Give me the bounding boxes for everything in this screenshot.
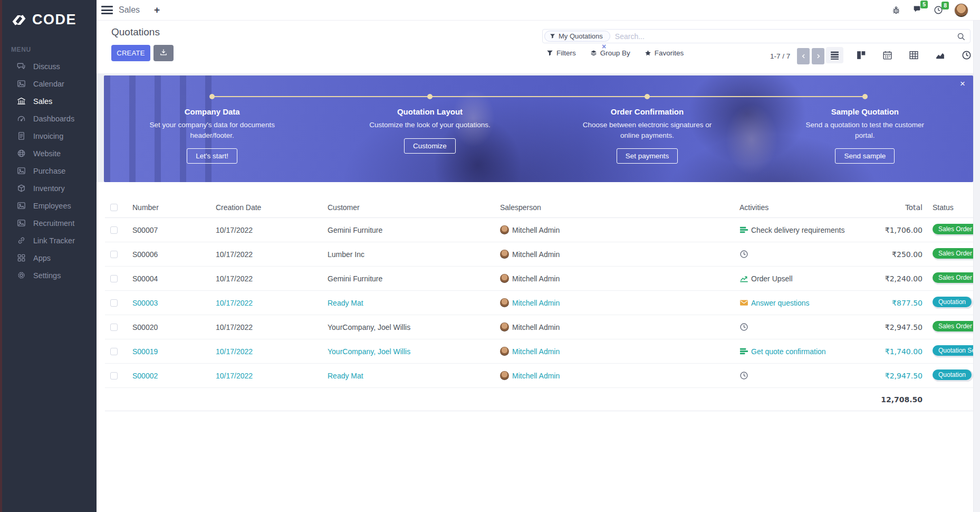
sidebar-item[interactable]: Inventory xyxy=(0,179,97,197)
chart-line-icon[interactable] xyxy=(739,274,748,283)
row-checkbox[interactable] xyxy=(110,324,118,331)
table-row[interactable]: S00007 10/17/2022 Gemini Furniture Mitch… xyxy=(105,218,973,242)
pager-next-button[interactable] xyxy=(812,48,824,64)
menu-toggle-icon[interactable] xyxy=(101,6,113,14)
column-header-creation-date[interactable]: Creation Date xyxy=(206,203,318,212)
activity-label[interactable]: Order Upsell xyxy=(751,274,793,283)
messages-icon[interactable]: 5 xyxy=(912,4,922,16)
broken-image-icon xyxy=(16,79,26,89)
sidebar-item[interactable]: Dashboards xyxy=(0,110,97,127)
create-button[interactable]: CREATE xyxy=(111,45,150,61)
row-checkbox[interactable] xyxy=(110,299,118,307)
customize-button[interactable]: Customize xyxy=(404,138,456,154)
salesperson-avatar xyxy=(500,347,509,356)
list-view-button[interactable] xyxy=(826,47,843,63)
clock-icon[interactable] xyxy=(739,323,748,331)
send-sample-button[interactable]: Send sample xyxy=(835,148,895,164)
quotation-number: S00019 xyxy=(123,347,206,356)
calendar-view-button[interactable] xyxy=(879,47,896,63)
column-header-status[interactable]: Status xyxy=(923,203,973,212)
sidebar-item[interactable]: Discuss xyxy=(0,58,97,75)
list-check-icon[interactable] xyxy=(739,225,748,234)
table-row[interactable]: S00003 10/17/2022 Ready Mat Mitchell Adm… xyxy=(105,291,973,315)
table-footer: 12,708.50 xyxy=(105,388,973,411)
user-avatar[interactable] xyxy=(955,4,968,17)
list-check-icon[interactable] xyxy=(739,347,748,356)
page-title: Quotations xyxy=(111,26,160,38)
table-row[interactable]: S00006 10/17/2022 Lumber Inc Mitchell Ad… xyxy=(105,242,973,267)
table-row[interactable]: S00020 10/17/2022 YourCompany, Joel Will… xyxy=(105,315,973,339)
search-bar[interactable]: My Quotations × Search... xyxy=(542,29,971,43)
sidebar-item[interactable]: Settings xyxy=(0,267,97,284)
salesperson-avatar xyxy=(500,250,509,259)
row-checkbox[interactable] xyxy=(110,275,118,282)
pivot-view-button[interactable] xyxy=(905,47,923,63)
search-input[interactable]: Search... xyxy=(615,32,645,41)
lets-start-button[interactable]: Let's start! xyxy=(187,148,237,164)
activity-label[interactable]: Answer questions xyxy=(751,299,810,307)
add-tab-button[interactable]: + xyxy=(154,4,160,16)
export-button[interactable] xyxy=(153,45,174,61)
status-badge: Quotation Sent xyxy=(933,345,973,357)
funnel-icon xyxy=(546,50,553,56)
table-row[interactable]: S00019 10/17/2022 YourCompany, Joel Will… xyxy=(105,339,973,364)
sidebar-item[interactable]: Recruitment xyxy=(0,214,97,232)
logo-icon xyxy=(11,13,27,27)
scrollbar-gutter[interactable] xyxy=(973,21,980,512)
total-amount: ₹1,740.00 xyxy=(825,347,923,356)
broken-image-icon xyxy=(16,201,26,211)
sidebar-item[interactable]: Purchase xyxy=(0,162,97,179)
row-checkbox[interactable] xyxy=(110,226,118,234)
sidebar-item-label: Inventory xyxy=(33,184,65,193)
sidebar-item[interactable]: Invoicing xyxy=(0,127,97,145)
timeline-dot xyxy=(209,94,215,99)
row-checkbox[interactable] xyxy=(110,348,118,355)
app-logo[interactable]: CODE xyxy=(0,0,97,28)
comments-icon xyxy=(16,61,26,72)
set-payments-button[interactable]: Set payments xyxy=(617,148,678,164)
filters-button[interactable]: Filters xyxy=(546,49,576,57)
favorites-button[interactable]: Favorites xyxy=(645,49,684,57)
creation-date: 10/17/2022 xyxy=(206,250,318,259)
kanban-view-button[interactable] xyxy=(852,47,870,63)
pager-previous-button[interactable] xyxy=(797,48,810,64)
quotation-number: S00004 xyxy=(123,274,206,283)
column-header-salesperson[interactable]: Salesperson xyxy=(491,203,730,212)
main-area: Sales + 5 8 Quotations CREATE xyxy=(97,0,980,512)
sidebar-item-label: Purchase xyxy=(33,167,65,175)
sidebar-item[interactable]: Apps xyxy=(0,249,97,267)
column-header-total[interactable]: Total xyxy=(825,203,923,212)
table-row[interactable]: S00004 10/17/2022 Gemini Furniture Mitch… xyxy=(105,267,973,291)
sidebar-item[interactable]: Calendar xyxy=(0,75,97,92)
select-all-checkbox[interactable] xyxy=(110,204,118,211)
graph-view-button[interactable] xyxy=(931,47,949,63)
clock-icon[interactable] xyxy=(739,250,748,259)
column-header-customer[interactable]: Customer xyxy=(318,203,491,212)
table-row[interactable]: S00002 10/17/2022 Ready Mat Mitchell Adm… xyxy=(105,364,973,388)
column-header-number[interactable]: Number xyxy=(123,203,206,212)
row-checkbox[interactable] xyxy=(110,372,118,380)
sidebar-item[interactable]: Link Tracker xyxy=(0,232,97,249)
control-panel: Quotations CREATE My Quotations × Search… xyxy=(97,21,980,73)
envelope-icon[interactable] xyxy=(739,298,748,307)
sidebar-item[interactable]: Employees xyxy=(0,197,97,214)
activities-icon[interactable]: 8 xyxy=(934,5,943,15)
onboarding-step-quotation-layout: Quotation Layout Customize the look of y… xyxy=(364,107,496,154)
current-app-name[interactable]: Sales xyxy=(119,5,140,15)
filter-menu: Filters Group By Favorites xyxy=(546,49,684,57)
row-checkbox[interactable] xyxy=(110,251,118,258)
layers-icon xyxy=(590,50,597,56)
debug-bug-icon[interactable] xyxy=(891,5,901,15)
sidebar-item[interactable]: Website xyxy=(0,145,97,162)
column-header-activities[interactable]: Activities xyxy=(730,203,825,212)
search-facet[interactable]: My Quotations xyxy=(544,31,610,42)
sidebar-item[interactable]: Sales xyxy=(0,92,97,110)
activity-label[interactable]: Get quote confirmation xyxy=(751,347,826,356)
step-title: Company Data xyxy=(146,107,278,116)
chevron-left-icon xyxy=(801,53,806,59)
clock-icon[interactable] xyxy=(739,371,748,380)
group-by-button[interactable]: Group By xyxy=(590,49,630,57)
logo-text: CODE xyxy=(32,12,76,28)
search-icon[interactable] xyxy=(957,32,965,41)
banner-close-icon[interactable]: × xyxy=(960,79,965,88)
